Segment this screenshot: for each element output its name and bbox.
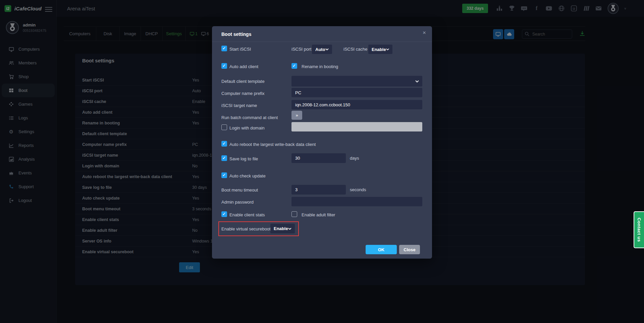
close-button[interactable]: Close [399, 245, 420, 254]
ok-button[interactable]: OK [366, 245, 397, 254]
enable-adult-filter-label: Enable adult filter [302, 212, 335, 217]
iscsi-port-label: iSCSI port [291, 47, 311, 52]
login-with-domain-checkbox[interactable] [221, 124, 227, 130]
modal-title: Boot settings [221, 32, 251, 37]
save-log-checkbox[interactable] [221, 155, 227, 161]
chevron-down-icon [288, 228, 291, 230]
boot-settings-modal: Boot settings × Start iSCSI iSCSI port A… [212, 26, 432, 259]
start-iscsi-label: Start iSCSI [229, 47, 251, 52]
admin-password-label: Admin password [221, 200, 254, 205]
chevron-down-icon [386, 48, 389, 50]
admin-password-input[interactable] [291, 197, 422, 206]
contact-us-tab[interactable]: Contact us [634, 211, 644, 248]
run-batch-command-button[interactable]: » [291, 111, 302, 120]
auto-check-update-checkbox[interactable] [221, 172, 227, 178]
default-client-template-select[interactable] [291, 76, 422, 87]
auto-reboot-checkbox[interactable] [221, 141, 227, 147]
chevron-down-icon [415, 80, 419, 83]
domain-input [291, 122, 422, 131]
login-with-domain-label: Login with domain [229, 125, 265, 130]
save-log-unit: days [350, 156, 359, 161]
boot-menu-timeout-label: Boot menu timeout [221, 187, 258, 193]
enable-client-stats-label: Enable client stats [229, 212, 265, 217]
auto-check-update-label: Auto check update [229, 173, 266, 178]
auto-reboot-label: Auto reboot the largest write-back data … [229, 142, 316, 147]
save-log-days-input[interactable] [291, 153, 346, 163]
enable-virtual-secureboot-label: Enable virtual secureboot [221, 226, 271, 231]
computer-name-prefix-label: Computer name prefix [221, 91, 265, 96]
boot-menu-timeout-unit: seconds [350, 187, 366, 192]
computer-name-prefix-input[interactable] [291, 88, 422, 97]
start-iscsi-checkbox[interactable] [221, 46, 227, 51]
rename-in-booting-checkbox[interactable] [291, 63, 297, 69]
iscsi-port-select[interactable]: Auto [312, 45, 332, 54]
auto-add-client-checkbox[interactable] [221, 63, 227, 69]
rename-in-booting-label: Rename in booting [302, 64, 338, 69]
enable-virtual-secureboot-select[interactable]: Enable [270, 224, 295, 233]
iscsi-cache-label: iSCSI cache [343, 47, 368, 52]
iscsi-target-name-input[interactable] [291, 100, 422, 109]
chevron-down-icon [325, 48, 329, 50]
divider [212, 42, 432, 42]
save-log-label: Save log to file [229, 156, 258, 161]
default-client-template-label: Default client template [221, 79, 265, 84]
auto-add-client-label: Auto add client [229, 64, 258, 69]
enable-adult-filter-checkbox[interactable] [291, 211, 297, 217]
run-batch-command-label: Run batch command at client [221, 115, 278, 120]
boot-menu-timeout-input[interactable] [291, 185, 346, 195]
iscsi-cache-select[interactable]: Enable [368, 45, 392, 54]
close-icon[interactable]: × [423, 30, 426, 36]
iscsi-target-name-label: iSCSI target name [221, 103, 257, 108]
enable-client-stats-checkbox[interactable] [221, 211, 227, 217]
page: i2 iCafeCloud Arena aiTest 332 days [0, 0, 644, 323]
